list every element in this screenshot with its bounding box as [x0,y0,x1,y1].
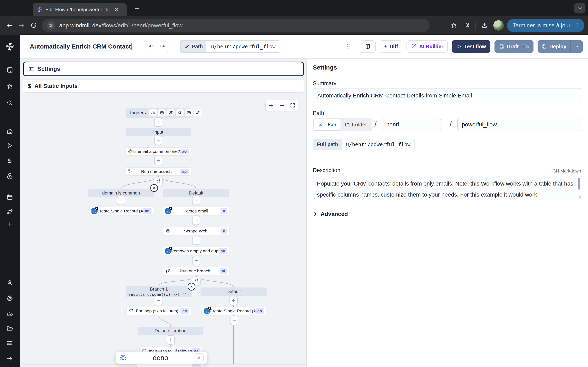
zoom-out-button[interactable] [279,103,285,108]
add-step-button[interactable] [154,156,162,165]
undo-button[interactable]: ↶ [146,41,157,52]
route-trigger-icon[interactable] [167,109,174,117]
remove-branch-button[interactable]: × [150,184,158,192]
windmill-logo-icon[interactable] [0,42,20,51]
path-separator: / [450,119,452,129]
bug-icon [120,354,126,361]
extensions-puzzle-icon[interactable] [460,19,474,32]
websocket-trigger-icon[interactable] [176,109,183,117]
poll-trigger-icon[interactable] [194,109,201,117]
schedule-trigger-icon[interactable] [158,109,165,117]
test-flow-button[interactable]: Test flow [452,40,490,53]
rail-home-icon[interactable] [0,128,20,134]
rail-add-icon[interactable] [0,221,20,227]
email-trigger-icon[interactable] [185,109,192,117]
summary-input[interactable]: Automatically Enrich CRM Contact Details… [313,88,582,103]
deploy-dropdown-chevron[interactable] [571,40,583,53]
add-step-button[interactable] [229,296,238,305]
path-chip[interactable]: Path u/henri/powerful_flow [180,40,280,53]
rail-runs-icon[interactable] [0,142,20,149]
rail-collapse-arrow-icon[interactable] [0,355,20,362]
settings-card-selected[interactable]: Settings [23,62,304,76]
webhook-trigger-icon[interactable] [149,109,156,117]
all-static-inputs-card[interactable]: $ All Static Inputs [23,80,304,92]
step-id-badge: aq [143,208,151,214]
rail-settings-gear-icon[interactable] [0,295,20,302]
triggers-bar[interactable]: Triggers [126,108,191,118]
profile-avatar[interactable] [493,20,504,31]
chrome-update-button[interactable]: Terminer la mise à jour ⋮ [507,19,584,32]
back-button[interactable] [3,19,16,32]
site-settings-icon[interactable] [47,21,55,30]
remove-branch-button[interactable]: × [188,283,195,291]
rail-divider [2,117,17,117]
url-bar[interactable]: app.windmill.dev/flows/edit/u/henri/powe… [42,19,430,32]
rail-flows-route-icon[interactable] [0,208,20,215]
flow-canvas-panel[interactable]: Settings $ All Static Inputs [20,59,306,367]
flow-title[interactable]: Automatically Enrich CRM Contact [27,41,133,52]
textarea-resize-handle[interactable] [578,194,581,198]
tab-search-chevron-icon[interactable] [574,3,585,13]
downloads-icon[interactable] [478,19,491,32]
add-step-button[interactable] [192,256,200,265]
folder-toggle-option[interactable]: Folder [341,119,371,130]
reload-button[interactable] [28,19,40,32]
add-step-button[interactable] [230,316,238,325]
popup-close-button[interactable]: × [195,353,204,362]
draft-button[interactable]: Draft ⌘S [494,40,534,53]
branch-1-node[interactable]: Branch 1 results.c.some((x)=>x!="") [126,286,192,297]
rail-user-icon[interactable] [0,279,20,286]
new-tab-button[interactable]: + [135,4,139,12]
ai-builder-button[interactable]: AI Builder [406,40,448,53]
deploy-button[interactable]: Deploy [537,40,571,53]
step-for-loop[interactable]: For loop (skip failures) ac [127,307,191,315]
add-step-button[interactable] [192,196,200,205]
path-name-input[interactable]: powerful_flow [457,118,582,131]
bookmark-star-icon[interactable] [447,19,460,32]
step-run-one-branch[interactable]: Run one branch ap [126,167,191,175]
path-owner-input[interactable]: henri [382,118,441,131]
rail-schedules-icon[interactable] [0,194,20,201]
step-removes-duplicates[interactable]: TS Removes empty and duplicates ak [163,247,229,255]
redo-button[interactable]: ↷ [157,41,168,52]
input-node[interactable]: Input [126,128,191,136]
textarea-scrollbar[interactable] [578,178,580,190]
step-id-badge: ac [181,308,189,314]
add-step-button[interactable] [167,335,175,345]
add-step-button[interactable] [117,196,125,205]
rail-resources-icon[interactable] [0,172,20,179]
rail-variables-icon[interactable] [0,157,20,164]
add-step-button[interactable] [192,235,200,245]
rail-folders-icon[interactable] [0,325,20,332]
rail-logs-list-icon[interactable] [0,340,20,347]
rail-favorites-star-icon[interactable] [0,83,20,91]
tab-close-icon[interactable]: × [115,7,118,13]
diff-button[interactable]: ± Diff [380,40,402,53]
step-create-record-an[interactable]: TS Create Single Record (Airtable) an [202,307,266,315]
step-scrape-web[interactable]: Scrape Web c [163,227,229,235]
rail-workspace-icon[interactable] [0,67,20,73]
fit-view-button[interactable] [290,103,295,108]
step-is-email-common[interactable]: Is email a common one? ao [126,147,191,156]
zoom-in-button[interactable] [268,103,274,108]
add-step-button[interactable] [192,216,200,225]
add-step-button[interactable] [154,136,162,145]
add-step-button[interactable] [154,117,162,127]
docs-book-button[interactable] [360,40,376,53]
browser-tab[interactable]: Edit Flow u/henri/powerful_flo × [33,3,127,16]
advanced-section-toggle[interactable]: Advanced [313,211,348,217]
add-step-button[interactable] [155,296,163,305]
header-more-kebab-icon[interactable]: ⋮ [339,43,356,50]
chrome-menu-kebab-icon[interactable]: ⋮ [574,22,580,29]
forward-button[interactable] [16,19,28,32]
step-run-one-branch-2[interactable]: Run one branch al [163,267,229,275]
browser-toolbar: app.windmill.dev/flows/edit/u/henri/powe… [0,16,588,35]
do-one-iteration-node[interactable]: Do one iteration [138,327,203,335]
step-parses-email[interactable]: TS Parses email a [163,207,229,215]
rail-workers-bot-icon[interactable] [0,310,20,318]
branch-default-2[interactable]: Default [200,287,267,296]
rail-search-icon[interactable] [0,100,20,106]
description-textarea[interactable]: Populate your CRM contacts' details from… [313,176,582,199]
step-create-record-aq[interactable]: TS Create Single Record (Airtable) aq [89,207,154,215]
user-toggle-option[interactable]: User [314,119,341,130]
